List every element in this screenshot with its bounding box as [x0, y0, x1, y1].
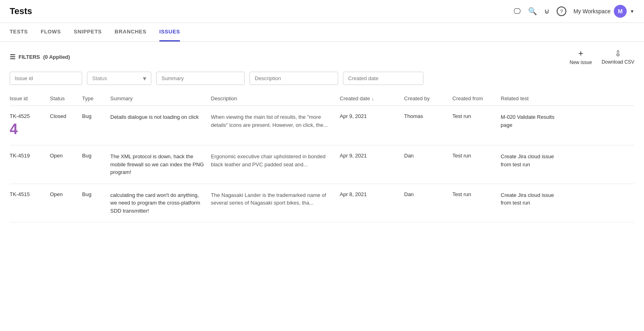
cell-created-by: Thomas [404, 113, 452, 119]
cell-description: When viewing the main list of results, t… [211, 113, 340, 129]
cell-summary: Details dialogue is not loading on click [110, 113, 211, 121]
cell-created-date: Apr 9, 2021 [340, 153, 404, 159]
created-date-input[interactable] [343, 72, 423, 85]
cell-created-date: Apr 9, 2021 [340, 113, 404, 119]
cell-issue-id: TK-4519 [10, 153, 50, 159]
col-issue-id: Issue id [10, 95, 50, 101]
new-issue-button[interactable]: + New issue [570, 48, 592, 65]
workspace-selector[interactable]: My Workspace M ▼ [574, 5, 634, 18]
cell-summary: The XML protocol is down, hack the mobil… [110, 153, 211, 176]
status-select-wrap: Status Open Closed ▼ [87, 72, 151, 85]
help-icon[interactable]: ? [557, 6, 566, 16]
filters-icon: ☰ [10, 53, 15, 61]
download-csv-button[interactable]: ⇩ Download CSV [602, 49, 634, 65]
cell-type: Bug [82, 113, 110, 119]
filter-row: Status Open Closed ▼ [0, 72, 644, 91]
col-status: Status [50, 95, 82, 101]
cell-related-test: M-020 Validate Results page [501, 113, 565, 129]
tab-branches[interactable]: BRANCHES [115, 23, 147, 41]
cell-status: Open [50, 191, 82, 197]
page-title: Tests [10, 6, 32, 17]
workspace-label: My Workspace [574, 8, 611, 14]
table-header: Issue id Status Type Summary Description… [10, 91, 634, 106]
page-header: Tests 🖵 🔍 ⊌ ? My Workspace M ▼ [0, 0, 644, 23]
description-input[interactable] [250, 72, 338, 85]
monitor-icon[interactable]: 🖵 [514, 7, 521, 16]
cell-type: Bug [82, 153, 110, 159]
cell-status: Closed [50, 113, 82, 119]
cell-created-from: Test run [452, 191, 501, 197]
toolbar: ☰ FILTERS (0 Applied) + New issue ⇩ Down… [0, 42, 644, 72]
table-row[interactable]: TK-4525 4 Closed Bug Details dialogue is… [10, 106, 634, 145]
cell-related-test: Create Jira cloud issue from test run [501, 153, 565, 168]
filter-funnel-icon[interactable]: ⊌ [544, 7, 549, 16]
col-type: Type [82, 95, 110, 101]
filters-label: FILTERS [19, 54, 40, 60]
cell-issue-id: TK-4525 4 [10, 113, 50, 138]
plus-icon: + [578, 48, 584, 59]
avatar: M [614, 5, 627, 18]
col-related-test: Related test [501, 95, 565, 101]
filters-applied: (0 Applied) [43, 54, 70, 60]
cell-description: The Nagasaki Lander is the trademarked n… [211, 191, 340, 207]
table-row[interactable]: TK-4519 Open Bug The XML protocol is dow… [10, 145, 634, 184]
nav-tabs: TESTS FLOWS SNIPPETS BRANCHES ISSUES [0, 23, 644, 42]
toolbar-right: + New issue ⇩ Download CSV [570, 48, 634, 65]
cell-issue-id: TK-4515 [10, 191, 50, 197]
summary-input[interactable] [156, 72, 245, 85]
header-right: 🖵 🔍 ⊌ ? My Workspace M ▼ [514, 5, 634, 18]
tab-tests[interactable]: TESTS [10, 23, 28, 41]
tab-issues[interactable]: ISSUES [159, 23, 180, 41]
cell-description: Ergonomic executive chair upholstered in… [211, 153, 340, 168]
col-description: Description [211, 95, 340, 101]
col-summary: Summary [110, 95, 211, 101]
cell-summary: calculating the card won't do anything, … [110, 191, 211, 215]
tab-flows[interactable]: FLOWS [41, 23, 61, 41]
filters-area[interactable]: ☰ FILTERS (0 Applied) [10, 53, 70, 61]
cell-created-by: Dan [404, 153, 452, 159]
cell-created-from: Test run [452, 153, 501, 159]
cell-status: Open [50, 153, 82, 159]
issue-id-input[interactable] [10, 72, 82, 85]
col-created-from: Created from [452, 95, 501, 101]
cell-created-date: Apr 8, 2021 [340, 191, 404, 197]
cell-type: Bug [82, 191, 110, 197]
cell-created-from: Test run [452, 113, 501, 119]
download-icon: ⇩ [615, 49, 621, 58]
chevron-down-icon: ▼ [630, 9, 634, 14]
cell-related-test: Create Jira cloud issue from test run [501, 191, 565, 207]
search-icon[interactable]: 🔍 [528, 7, 537, 16]
table-row[interactable]: TK-4515 Open Bug calculating the card wo… [10, 184, 634, 223]
col-created-date[interactable]: Created date ↓ [340, 95, 404, 101]
tab-snippets[interactable]: SNIPPETS [74, 23, 102, 41]
issues-table: Issue id Status Type Summary Description… [0, 91, 644, 222]
cell-created-by: Dan [404, 191, 452, 197]
col-created-by: Created by [404, 95, 452, 101]
status-select[interactable]: Status Open Closed [87, 72, 151, 85]
sort-down-icon: ↓ [372, 96, 374, 101]
